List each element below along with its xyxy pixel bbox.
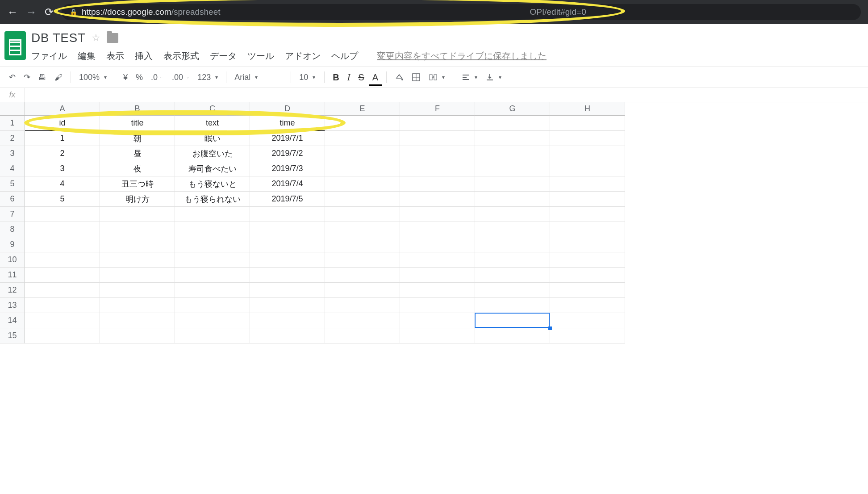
reload-button[interactable]: ⟳ xyxy=(45,6,54,18)
cell-E6[interactable] xyxy=(325,192,400,207)
cell-G13[interactable] xyxy=(475,298,550,313)
cell-A7[interactable] xyxy=(25,207,100,222)
cell-A13[interactable] xyxy=(25,298,100,313)
cell-D11[interactable] xyxy=(250,268,325,283)
paint-format-button[interactable]: 🖌 xyxy=(52,71,65,84)
cell-E7[interactable] xyxy=(325,207,400,222)
cell-D1[interactable]: time xyxy=(250,116,325,131)
print-button[interactable]: 🖶 xyxy=(36,71,49,84)
undo-button[interactable]: ↶ xyxy=(6,71,18,84)
cell-F12[interactable] xyxy=(400,283,475,298)
row-header-10[interactable]: 10 xyxy=(0,252,25,268)
row-header-9[interactable]: 9 xyxy=(0,237,25,252)
cell-B15[interactable] xyxy=(100,328,175,343)
bold-button[interactable]: B xyxy=(330,71,342,84)
merge-cells-button[interactable] xyxy=(426,71,447,84)
sheets-logo-icon[interactable] xyxy=(4,31,26,60)
column-header-G[interactable]: G xyxy=(475,102,550,116)
cell-D14[interactable] xyxy=(250,313,325,328)
cell-A4[interactable]: 3 xyxy=(25,161,100,176)
menu-data[interactable]: データ xyxy=(210,50,237,62)
cell-C14[interactable] xyxy=(175,313,250,328)
cell-B12[interactable] xyxy=(100,283,175,298)
cell-H1[interactable] xyxy=(550,116,625,131)
cell-B7[interactable] xyxy=(100,207,175,222)
menu-edit[interactable]: 編集 xyxy=(78,50,96,62)
row-header-11[interactable]: 11 xyxy=(0,268,25,283)
cell-C10[interactable] xyxy=(175,252,250,268)
cell-E2[interactable] xyxy=(325,131,400,146)
cell-E11[interactable] xyxy=(325,268,400,283)
cell-B1[interactable]: title xyxy=(100,116,175,131)
cell-D12[interactable] xyxy=(250,283,325,298)
cell-E1[interactable] xyxy=(325,116,400,131)
cell-A2[interactable]: 1 xyxy=(25,131,100,146)
italic-button[interactable]: I xyxy=(345,71,353,84)
cell-H5[interactable] xyxy=(550,176,625,192)
cell-B2[interactable]: 朝 xyxy=(100,131,175,146)
cell-H9[interactable] xyxy=(550,237,625,252)
cell-C3[interactable]: お腹空いた xyxy=(175,146,250,161)
column-header-H[interactable]: H xyxy=(550,102,625,116)
cell-E5[interactable] xyxy=(325,176,400,192)
column-header-F[interactable]: F xyxy=(400,102,475,116)
cell-B6[interactable]: 明け方 xyxy=(100,192,175,207)
cell-A10[interactable] xyxy=(25,252,100,268)
increase-decimal-button[interactable]: .00→ xyxy=(169,71,192,84)
row-header-5[interactable]: 5 xyxy=(0,176,25,192)
cell-C1[interactable]: text xyxy=(175,116,250,131)
select-all-corner[interactable] xyxy=(0,102,25,116)
column-header-A[interactable]: A xyxy=(25,102,100,116)
cell-E10[interactable] xyxy=(325,252,400,268)
cell-H11[interactable] xyxy=(550,268,625,283)
cell-G1[interactable] xyxy=(475,116,550,131)
font-family-dropdown[interactable]: Arial xyxy=(232,71,285,84)
cell-H2[interactable] xyxy=(550,131,625,146)
format-currency-button[interactable]: ¥ xyxy=(121,71,130,84)
cell-F10[interactable] xyxy=(400,252,475,268)
menu-tools[interactable]: ツール xyxy=(247,50,274,62)
cell-B11[interactable] xyxy=(100,268,175,283)
cell-F3[interactable] xyxy=(400,146,475,161)
row-header-2[interactable]: 2 xyxy=(0,131,25,146)
text-color-button[interactable]: A xyxy=(370,71,381,84)
row-header-8[interactable]: 8 xyxy=(0,222,25,237)
cell-A15[interactable] xyxy=(25,328,100,343)
cell-B3[interactable]: 昼 xyxy=(100,146,175,161)
cell-B13[interactable] xyxy=(100,298,175,313)
cell-D7[interactable] xyxy=(250,207,325,222)
cell-D9[interactable] xyxy=(250,237,325,252)
cell-F5[interactable] xyxy=(400,176,475,192)
row-header-15[interactable]: 15 xyxy=(0,328,25,343)
row-header-7[interactable]: 7 xyxy=(0,207,25,222)
address-bar[interactable]: 🔒 https://docs.google.com/spreadsheetxxx… xyxy=(62,4,861,20)
cell-C7[interactable] xyxy=(175,207,250,222)
cell-A5[interactable]: 4 xyxy=(25,176,100,192)
cell-D10[interactable] xyxy=(250,252,325,268)
cell-H4[interactable] xyxy=(550,161,625,176)
star-icon[interactable]: ☆ xyxy=(92,32,100,44)
cell-H15[interactable] xyxy=(550,328,625,343)
cell-D6[interactable]: 2019/7/5 xyxy=(250,192,325,207)
row-header-13[interactable]: 13 xyxy=(0,298,25,313)
forward-button[interactable]: → xyxy=(26,6,37,18)
cell-E4[interactable] xyxy=(325,161,400,176)
zoom-dropdown[interactable]: 100% xyxy=(76,71,109,84)
cell-H14[interactable] xyxy=(550,313,625,328)
cell-C9[interactable] xyxy=(175,237,250,252)
cell-F9[interactable] xyxy=(400,237,475,252)
row-header-3[interactable]: 3 xyxy=(0,146,25,161)
borders-button[interactable] xyxy=(409,71,423,84)
cell-D15[interactable] xyxy=(250,328,325,343)
formula-input[interactable] xyxy=(25,88,868,102)
cell-G9[interactable] xyxy=(475,237,550,252)
cell-A14[interactable] xyxy=(25,313,100,328)
cell-A3[interactable]: 2 xyxy=(25,146,100,161)
cell-G15[interactable] xyxy=(475,328,550,343)
cell-C11[interactable] xyxy=(175,268,250,283)
cell-C2[interactable]: 眠い xyxy=(175,131,250,146)
menu-help[interactable]: ヘルプ xyxy=(331,50,358,62)
cell-A11[interactable] xyxy=(25,268,100,283)
cell-E12[interactable] xyxy=(325,283,400,298)
cell-D8[interactable] xyxy=(250,222,325,237)
